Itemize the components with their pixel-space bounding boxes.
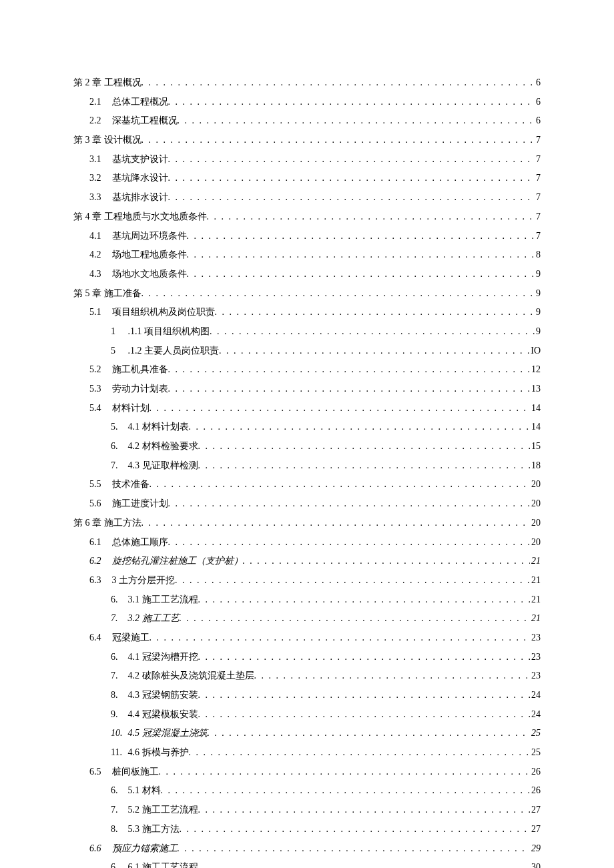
toc-entry: 1 .1.1 项目组织机构图9 bbox=[73, 322, 541, 342]
toc-leader-dots bbox=[178, 839, 531, 859]
toc-entry: 5.5 技术准备20 bbox=[73, 475, 541, 494]
toc-label: 2.1 总体工程概况 bbox=[89, 93, 168, 112]
toc-leader-dots bbox=[187, 246, 535, 265]
toc-entry: 2.1 总体工程概况6 bbox=[73, 93, 541, 112]
toc-leader-dots bbox=[168, 93, 535, 112]
toc-label: 3.1 基坑支护设计 bbox=[89, 150, 168, 169]
toc-entry: 4.1 基坑周边环境条件7 bbox=[73, 227, 541, 246]
toc-leader-dots bbox=[208, 724, 531, 743]
toc-page-number: 27 bbox=[530, 820, 541, 839]
toc-leader-dots bbox=[198, 456, 531, 476]
toc-entry: 5.1 项目组织机构及岗位职责9 bbox=[73, 303, 541, 322]
toc-page-number: 6 bbox=[535, 73, 541, 93]
toc-label: 第 4 章 工程地质与水文地质条件 bbox=[73, 207, 207, 227]
toc-leader-dots bbox=[198, 648, 531, 667]
toc-leader-dots bbox=[141, 514, 531, 533]
toc-label: 7. 5.2 施工工艺流程 bbox=[111, 801, 198, 820]
toc-page-number: 20 bbox=[530, 514, 541, 533]
toc-label: 6. 4.1 冠梁沟槽开挖 bbox=[111, 648, 198, 667]
toc-label: 6.4 冠梁施工 bbox=[89, 628, 149, 648]
toc-label: 11. 4.6 拆模与养护 bbox=[111, 743, 189, 763]
toc-label: 7. 4.3 见证取样检测 bbox=[111, 456, 198, 476]
toc-leader-dots bbox=[149, 475, 531, 494]
toc-entry: 6.4 冠梁施工23 bbox=[73, 628, 541, 648]
toc-label: 6.1 总体施工顺序 bbox=[89, 533, 168, 552]
toc-page-number: 7 bbox=[535, 169, 541, 188]
toc-entry: 3.1 基坑支护设计7 bbox=[73, 150, 541, 169]
toc-entry: 6. 3.1 施工工艺流程21 bbox=[73, 590, 541, 610]
toc-entry: 6.2 旋挖钻孔灌注桩施工（支护桩）21 bbox=[73, 552, 541, 571]
toc-leader-dots bbox=[215, 303, 535, 322]
toc-page-number: 7 bbox=[535, 150, 541, 169]
toc-leader-dots bbox=[210, 322, 535, 342]
toc-label: 10. 4.5 冠梁混凝土浇筑 bbox=[111, 724, 208, 743]
toc-entry: 8. 4.3 冠梁钢筋安装24 bbox=[73, 686, 541, 705]
toc-page-number: 21 bbox=[530, 590, 541, 610]
toc-entry: 第 6 章 施工方法20 bbox=[73, 514, 541, 533]
toc-label: 3.3 基坑排水设计 bbox=[89, 188, 168, 207]
toc-page-number: 21 bbox=[530, 552, 541, 571]
toc-entry: 6. 6.1 施工工艺流程30 bbox=[73, 858, 541, 868]
toc-page-number: 20 bbox=[530, 475, 541, 494]
toc-label: 5. 4.1 材料计划表 bbox=[111, 418, 189, 437]
toc-label: 6.6 预应力锚索施工 bbox=[89, 839, 178, 859]
toc-entry: 10. 4.5 冠梁混凝土浇筑25 bbox=[73, 724, 541, 743]
toc-entry: 11. 4.6 拆模与养护25 bbox=[73, 743, 541, 763]
toc-leader-dots bbox=[168, 380, 531, 399]
toc-leader-dots bbox=[198, 437, 531, 456]
toc-leader-dots bbox=[207, 207, 535, 227]
toc-page-number: 24 bbox=[530, 705, 541, 725]
toc-leader-dots bbox=[141, 284, 535, 304]
toc-leader-dots bbox=[159, 763, 531, 782]
toc-label: 5.2 施工机具准备 bbox=[89, 360, 168, 380]
table-of-contents: 第 2 章 工程概况62.1 总体工程概况62.2 深基坑工程概况6第 3 章 … bbox=[73, 73, 541, 868]
toc-leader-dots bbox=[178, 111, 535, 131]
toc-page-number: 14 bbox=[530, 399, 541, 418]
toc-entry: 8. 5.3 施工方法27 bbox=[73, 820, 541, 839]
toc-leader-dots bbox=[141, 131, 535, 150]
toc-label: 6. 6.1 施工工艺流程 bbox=[111, 858, 198, 868]
toc-entry: 6.1 总体施工顺序20 bbox=[73, 533, 541, 552]
toc-leader-dots bbox=[168, 494, 531, 514]
toc-entry: 4.3 场地水文地质条件9 bbox=[73, 265, 541, 284]
toc-entry: 5.4 材料计划14 bbox=[73, 399, 541, 418]
toc-label: 5.3 劳动力计划表 bbox=[89, 380, 168, 399]
toc-leader-dots bbox=[198, 801, 531, 820]
toc-entry: 第 5 章 施工准备9 bbox=[73, 284, 541, 304]
toc-page-number: 23 bbox=[530, 648, 541, 667]
toc-label: 6. 4.2 材料检验要求 bbox=[111, 437, 198, 456]
toc-leader-dots bbox=[161, 781, 531, 801]
toc-label: 第 2 章 工程概况 bbox=[73, 73, 141, 93]
toc-page-number: 26 bbox=[530, 781, 541, 801]
toc-page-number: 7 bbox=[535, 227, 541, 246]
toc-label: 7. 3.2 施工工艺 bbox=[111, 609, 180, 628]
toc-entry: 5.3 劳动力计划表13 bbox=[73, 380, 541, 399]
toc-page-number: 20 bbox=[530, 494, 541, 514]
toc-page-number: 20 bbox=[530, 533, 541, 552]
toc-leader-dots bbox=[243, 552, 531, 571]
toc-label: 第 5 章 施工准备 bbox=[73, 284, 141, 304]
toc-entry: 第 4 章 工程地质与水文地质条件7 bbox=[73, 207, 541, 227]
toc-label: 第 6 章 施工方法 bbox=[73, 514, 141, 533]
toc-label: 6. 5.1 材料 bbox=[111, 781, 161, 801]
toc-label: 4.2 场地工程地质条件 bbox=[89, 246, 187, 265]
toc-leader-dots bbox=[149, 628, 531, 648]
toc-entry: 7. 4.3 见证取样检测18 bbox=[73, 456, 541, 476]
toc-entry: 4.2 场地工程地质条件8 bbox=[73, 246, 541, 265]
toc-label: 3.2 基坑降水设计 bbox=[89, 169, 168, 188]
toc-leader-dots bbox=[187, 265, 535, 284]
toc-label: 5.1 项目组织机构及岗位职责 bbox=[89, 303, 215, 322]
toc-leader-dots bbox=[168, 169, 535, 188]
toc-leader-dots bbox=[168, 150, 535, 169]
toc-leader-dots bbox=[149, 399, 531, 418]
toc-entry: 5. 4.1 材料计划表14 bbox=[73, 418, 541, 437]
toc-leader-dots bbox=[198, 858, 531, 868]
toc-page-number: 25 bbox=[530, 724, 541, 743]
toc-leader-dots bbox=[198, 705, 531, 725]
toc-page-number: 24 bbox=[530, 686, 541, 705]
toc-label: 5.4 材料计划 bbox=[89, 399, 149, 418]
toc-page-number: 26 bbox=[530, 763, 541, 782]
toc-entry: 7. 5.2 施工工艺流程27 bbox=[73, 801, 541, 820]
toc-label: 8. 5.3 施工方法 bbox=[111, 820, 180, 839]
toc-page-number: 12 bbox=[530, 360, 541, 380]
